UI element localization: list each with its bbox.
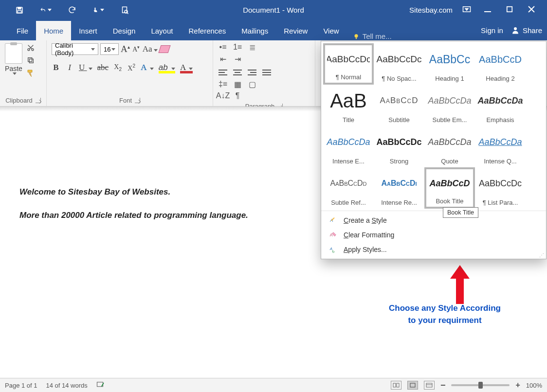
style-preview: AaBbCcDa [477, 128, 523, 156]
increase-indent-button[interactable]: ⇥ [233, 55, 242, 63]
tab-file[interactable]: File [9, 21, 36, 40]
style-preview: AaBbCcDc [376, 46, 422, 73]
line-spacing-button[interactable]: ‡≡ [218, 80, 228, 88]
font-size-select[interactable]: 16 [100, 43, 119, 55]
style-item-emphasis[interactable]: AaBbCcDaEmphasis [475, 85, 526, 126]
sign-in-link[interactable]: Sign in [481, 26, 503, 35]
style-item--no-spac-[interactable]: AaBbCcDc¶ No Spac... [374, 43, 424, 85]
change-case-button[interactable]: Aa [143, 44, 158, 54]
bold-button[interactable]: B [52, 63, 60, 72]
resize-grip-icon[interactable]: ⋰ [539, 252, 544, 258]
style-item-book-title[interactable]: AaBbCcDBook Title [424, 167, 475, 209]
subscript-button[interactable]: X2 [113, 63, 122, 72]
italic-button[interactable]: I [65, 63, 74, 72]
tab-layout[interactable]: Layout [143, 21, 181, 40]
style-item-subtle-ref-[interactable]: AaBbCcDdSubtle Ref... [323, 167, 374, 209]
svg-point-10 [514, 27, 517, 30]
grow-font-button[interactable]: A▴ [121, 44, 130, 54]
clear-formatting-item[interactable]: A Clear Formatting [321, 228, 546, 242]
save-icon[interactable] [14, 4, 25, 16]
superscript-button[interactable]: X2 [127, 63, 136, 72]
tab-home[interactable]: Home [36, 21, 71, 40]
style-item-strong[interactable]: AaBbCcDcStrong [374, 126, 424, 167]
style-item-title[interactable]: AaBTitle [323, 85, 374, 126]
decrease-indent-button[interactable]: ⇤ [218, 55, 228, 63]
style-name-label: Quote [427, 158, 473, 165]
ribbon-display-icon[interactable] [462, 6, 471, 15]
style-item-subtle-em-[interactable]: AaBbCcDaSubtle Em... [424, 85, 475, 126]
copy-icon[interactable] [26, 56, 35, 65]
create-style-item[interactable]: A Create a Style [321, 213, 546, 228]
redo-icon[interactable] [66, 4, 78, 16]
font-color-button[interactable]: A [180, 63, 193, 72]
style-item-intense-q-[interactable]: AaBbCcDaIntense Q... [475, 126, 526, 167]
maximize-icon[interactable] [506, 6, 513, 15]
borders-button[interactable]: ▢ [247, 80, 257, 88]
multilevel-button[interactable]: ≣ [247, 43, 257, 51]
style-name-label: Intense Re... [376, 199, 422, 206]
format-painter-icon[interactable] [26, 69, 35, 77]
strike-button[interactable]: abc [97, 63, 109, 72]
numbering-button[interactable]: 1≡ [233, 43, 242, 51]
shrink-font-button[interactable]: A▾ [132, 45, 141, 53]
site-label: Sitesbay.com [409, 6, 453, 14]
close-icon[interactable] [528, 5, 535, 15]
sort-button[interactable]: A↓Z [218, 92, 228, 100]
tell-me-search[interactable]: Tell me... [353, 32, 392, 40]
tab-design[interactable]: Design [105, 21, 144, 40]
style-item--list-para-[interactable]: AaBbCcDc¶ List Para... [475, 167, 526, 209]
svg-rect-21 [397, 383, 399, 387]
style-item-heading-2[interactable]: AaBbCcDHeading 2 [475, 43, 526, 85]
highlight-button[interactable]: ab [159, 63, 175, 72]
style-item-intense-re-[interactable]: AaBbCcDiIntense Re... [374, 167, 424, 209]
font-name-select[interactable]: Calibri (Body) [52, 43, 98, 55]
style-item-quote[interactable]: AaBbCcDaQuote [424, 126, 475, 167]
clipboard-group-label: Clipboard [5, 97, 33, 104]
share-button[interactable]: Share [511, 26, 542, 35]
zoom-slider[interactable] [451, 384, 510, 386]
apply-styles-item[interactable]: A↻ Apply Styles... [321, 242, 546, 257]
tell-me-label: Tell me... [363, 32, 392, 40]
style-item-heading-1[interactable]: AaBbCcHeading 1 [424, 43, 475, 85]
tab-references[interactable]: References [181, 21, 234, 40]
zoom-in-button[interactable]: + [515, 381, 520, 390]
proofing-icon[interactable] [96, 381, 105, 390]
web-layout-button[interactable] [424, 381, 435, 390]
shading-button[interactable]: ▦ [233, 80, 242, 88]
tab-review[interactable]: Review [276, 21, 315, 40]
style-item-subtitle[interactable]: AaBbCcDSubtitle [374, 85, 424, 126]
style-preview: AaBbCcD [477, 46, 523, 73]
page-indicator[interactable]: Page 1 of 1 [5, 382, 37, 389]
font-launcher[interactable] [135, 98, 140, 103]
align-center-button[interactable] [233, 69, 242, 76]
svg-rect-13 [29, 59, 33, 63]
style-item--normal[interactable]: AaBbCcDc¶ Normal [323, 43, 374, 85]
tab-view[interactable]: View [315, 21, 346, 40]
clipboard-launcher[interactable] [36, 98, 41, 103]
style-name-label: ¶ No Spac... [376, 75, 422, 82]
cut-icon[interactable] [26, 43, 35, 52]
style-name-label: Subtle Em... [427, 116, 473, 124]
paste-button[interactable]: Paste [5, 43, 22, 75]
print-preview-icon[interactable] [119, 4, 130, 16]
minimize-icon[interactable] [484, 5, 492, 15]
read-mode-button[interactable] [391, 381, 401, 390]
print-layout-button[interactable] [407, 381, 418, 390]
tab-insert[interactable]: Insert [71, 21, 105, 40]
underline-button[interactable]: U [79, 63, 92, 72]
tab-mailings[interactable]: Mailings [234, 21, 276, 40]
style-item-intense-e-[interactable]: AaBbCcDaIntense E... [323, 126, 374, 167]
zoom-level[interactable]: 100% [526, 382, 542, 389]
style-name-label: Emphasis [477, 116, 523, 124]
zoom-out-button[interactable]: − [440, 380, 446, 391]
align-right-button[interactable] [247, 69, 257, 76]
align-left-button[interactable] [218, 69, 228, 76]
undo-icon[interactable] [40, 4, 52, 16]
text-effects-button[interactable]: A [141, 63, 154, 72]
justify-button[interactable] [262, 69, 272, 76]
show-marks-button[interactable]: ¶ [233, 92, 242, 100]
word-count[interactable]: 14 of 14 words [46, 382, 88, 389]
bullets-button[interactable]: •≡ [218, 43, 228, 51]
touch-mode-icon[interactable] [92, 4, 104, 16]
clear-formatting-icon[interactable] [158, 45, 170, 53]
